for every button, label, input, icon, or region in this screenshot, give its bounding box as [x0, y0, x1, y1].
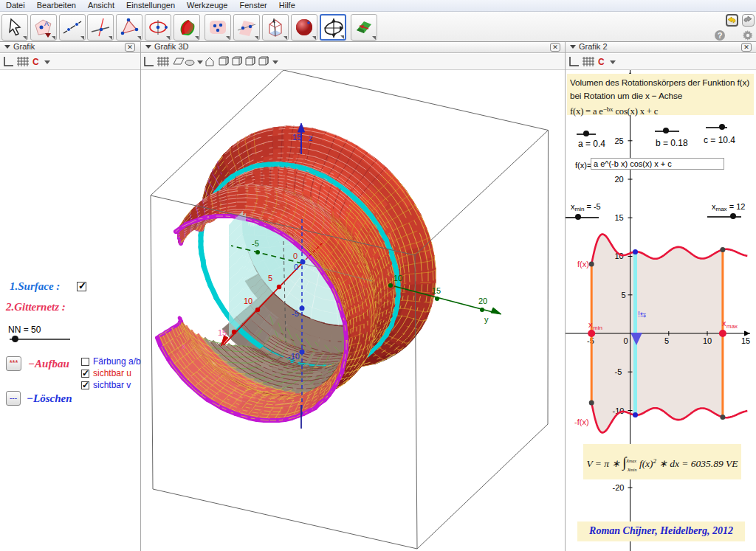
svg-text:25: 25 [614, 136, 623, 145]
svg-text:10: 10 [394, 274, 402, 283]
svg-text:5: 5 [621, 291, 625, 299]
svg-text:-5: -5 [615, 367, 622, 376]
svg-text:0: 0 [624, 336, 628, 345]
svg-text:0: 0 [294, 263, 298, 271]
svg-text:max: max [726, 323, 738, 330]
svg-text:C: C [598, 57, 605, 67]
svg-text:5: 5 [664, 336, 669, 345]
svg-text:15: 15 [432, 286, 441, 295]
svg-text:y: y [484, 315, 489, 324]
svg-text:-5: -5 [252, 239, 259, 248]
svg-text:15: 15 [614, 213, 623, 222]
svg-text:z: z [309, 134, 313, 142]
svg-text:f(x): f(x) [577, 260, 589, 268]
svg-text:C: C [32, 57, 39, 67]
svg-text:-f(x): -f(x) [574, 417, 589, 426]
svg-text:min: min [593, 325, 602, 331]
svg-text:5: 5 [268, 274, 272, 283]
svg-text:-20: -20 [613, 483, 625, 492]
svg-text:-10: -10 [288, 352, 300, 361]
svg-text:20: 20 [614, 175, 623, 184]
svg-text:A: A [44, 20, 49, 27]
svg-text:x: x [182, 342, 186, 350]
svg-text:15: 15 [218, 328, 227, 337]
svg-text:10: 10 [703, 336, 712, 345]
svg-text:15: 15 [292, 133, 301, 142]
svg-text:0: 0 [293, 252, 298, 260]
svg-text:-5: -5 [292, 309, 299, 318]
svg-text:!⇆: !⇆ [638, 311, 646, 319]
svg-text:10: 10 [244, 297, 252, 305]
svg-text:15: 15 [741, 336, 750, 345]
svg-text:20: 20 [478, 297, 487, 305]
